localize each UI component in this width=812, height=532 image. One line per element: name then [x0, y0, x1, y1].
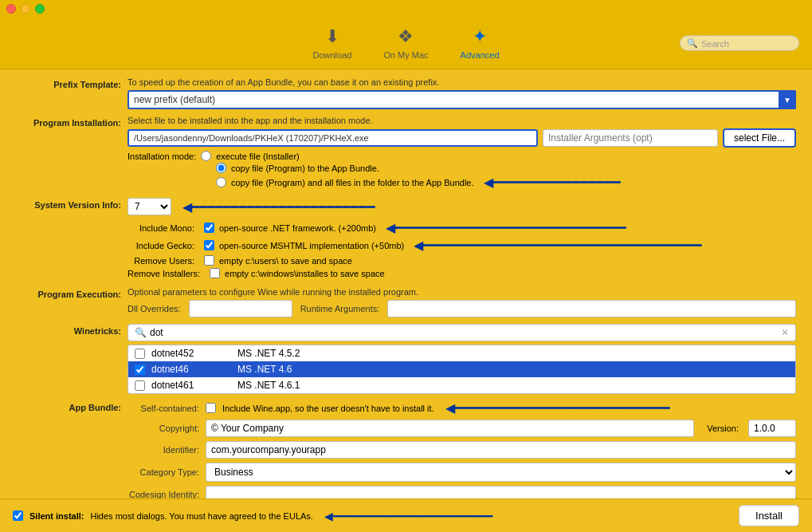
include-gecko-label-text: Include Gecko: — [127, 241, 199, 250]
wt-dotnet46-name: dotnet46 — [151, 364, 231, 375]
tab-on-my-mac-label: On My Mac — [383, 50, 428, 60]
app-bundle-row: App Bundle: Self-contained: Include Wine… — [16, 400, 796, 507]
winetricks-search-input[interactable] — [150, 327, 781, 338]
arrow-mono: ◀━━━━━━━━━━━━━━━━━━━━━━━━━━━━━ — [386, 220, 626, 235]
arrow-self-contained: ◀━━━━━━━━━━━━━━━━━━━━━━━━━━━ — [445, 400, 670, 416]
toolbar-items: ⬇ Download ❖ On My Mac ✦ Advanced — [312, 26, 499, 60]
prefix-template-row: Prefix Template: To speed up the creatio… — [16, 77, 796, 109]
winetricks-label: Winetricks: — [16, 324, 127, 336]
winetricks-clear-icon[interactable]: ✕ — [781, 327, 789, 338]
wt-dotnet46-desc: MS .NET 4.6 — [237, 364, 789, 375]
silent-install-desc: Hides most dialogs. You must have agreed… — [90, 511, 312, 521]
list-item[interactable]: dotnet461 MS .NET 4.6.1 — [128, 377, 795, 393]
arrow-copy-all: ◀━━━━━━━━━━━━━━━━ — [484, 175, 621, 190]
list-item[interactable]: dotnet452 MS .NET 4.5.2 — [128, 345, 795, 361]
winetricks-search-icon: 🔍 — [135, 327, 147, 338]
include-gecko-checkbox[interactable] — [204, 240, 214, 250]
program-installation-label: Program Installation: — [16, 116, 127, 128]
tab-on-my-mac[interactable]: ❖ On My Mac — [383, 26, 428, 60]
wt-dotnet46-checkbox[interactable] — [135, 365, 145, 375]
radio-copy-all-label: copy file (Program) and all files in the… — [231, 178, 474, 187]
traffic-lights — [6, 4, 45, 14]
mode-label-text: Installation mode: — [127, 152, 196, 161]
search-bar[interactable]: 🔍 Search — [680, 36, 799, 51]
self-contained-desc: Include Wine.app, so the user doesn't ha… — [222, 404, 434, 413]
version-input[interactable] — [748, 420, 796, 437]
version-label: Version: — [707, 424, 739, 433]
dll-overrides-input[interactable] — [189, 300, 292, 317]
winetricks-list: dotnet452 MS .NET 4.5.2 dotnet46 MS .NET… — [127, 345, 796, 394]
copyright-label: Copyright: — [127, 424, 199, 433]
version-select[interactable]: 756810 — [127, 198, 171, 215]
identifier-row: Identifier: — [127, 441, 796, 459]
wt-dotnet461-checkbox[interactable] — [135, 380, 145, 391]
system-version-content: 756810 ◀━━━━━━━━━━━━━━━━━━━━━━━ Include … — [127, 198, 796, 281]
program-execution-content: Optional parameters to configure Wine wh… — [127, 287, 796, 317]
main-content: Prefix Template: To speed up the creatio… — [0, 69, 812, 532]
toolbar: ⬇ Download ❖ On My Mac ✦ Advanced 🔍 Sear… — [0, 18, 812, 69]
remove-users-desc: empty c:\users\ to save and space — [219, 256, 352, 266]
on-my-mac-icon: ❖ — [398, 26, 414, 47]
remove-users-label-text: Remove Users: — [127, 256, 199, 266]
radio-copy-all[interactable] — [216, 177, 226, 187]
radio-execute[interactable] — [201, 151, 211, 161]
titlebar — [0, 0, 812, 18]
install-button[interactable]: Install — [739, 505, 799, 526]
radio-execute-label: execute file (Installer) — [216, 152, 300, 161]
dll-overrides-label: Dll Overrides: — [127, 304, 181, 313]
program-execution-label: Program Execution: — [16, 287, 127, 299]
program-installation-desc: Select file to be installed into the app… — [127, 116, 796, 125]
wt-dotnet461-desc: MS .NET 4.6.1 — [237, 380, 789, 391]
wt-dotnet452-checkbox[interactable] — [135, 349, 145, 359]
tab-advanced[interactable]: ✦ Advanced — [461, 26, 500, 60]
tab-download[interactable]: ⬇ Download — [312, 26, 351, 60]
category-row: Category Type: Business Education Entert… — [127, 463, 796, 482]
app-bundle-content: Self-contained: Include Wine.app, so the… — [127, 400, 796, 507]
file-path[interactable]: /Users/jasondenny/Downloads/PKHeX (17020… — [127, 129, 538, 147]
select-file-button[interactable]: select File... — [723, 128, 796, 148]
copyright-row: Copyright: Version: — [127, 420, 796, 437]
download-icon: ⬇ — [325, 26, 339, 47]
copyright-input[interactable] — [206, 420, 694, 437]
remove-installers-desc: empty c:\windows\installes to save space — [225, 269, 385, 278]
arrow-version: ◀━━━━━━━━━━━━━━━━━━━━━━━ — [182, 199, 375, 215]
remove-installers-row: Remove Installers: empty c:\windows\inst… — [127, 268, 796, 278]
radio-copy-program[interactable] — [216, 163, 226, 173]
category-label: Category Type: — [127, 467, 199, 477]
system-version-row: System Version Info: 756810 ◀━━━━━━━━━━━… — [16, 198, 796, 281]
maximize-button[interactable] — [35, 4, 45, 14]
remove-installers-checkbox[interactable] — [210, 268, 220, 278]
silent-install-checkbox[interactable] — [13, 510, 23, 521]
system-version-label: System Version Info: — [16, 198, 127, 210]
remove-users-row: Remove Users: empty c:\users\ to save an… — [127, 255, 796, 266]
file-row: /Users/jasondenny/Downloads/PKHeX (17020… — [127, 128, 796, 148]
identifier-label: Identifier: — [127, 445, 199, 455]
list-item[interactable]: dotnet46 MS .NET 4.6 — [128, 361, 795, 377]
mode-copy-all: copy file (Program) and all files in the… — [127, 175, 796, 190]
installation-modes: Installation mode: execute file (Install… — [127, 151, 796, 190]
program-execution-desc: Optional parameters to configure Wine wh… — [127, 287, 796, 297]
include-mono-checkbox[interactable] — [204, 223, 214, 233]
installer-args-input[interactable] — [543, 129, 718, 147]
mode-label: Installation mode: execute file (Install… — [127, 151, 796, 161]
winetricks-row: Winetricks: 🔍 ✕ dotnet452 MS .NET 4.5.2 … — [16, 324, 796, 394]
prefix-dropdown-arrow[interactable]: ▼ — [779, 90, 796, 109]
identifier-input[interactable] — [206, 441, 796, 459]
category-select[interactable]: Business Education Entertainment — [206, 463, 796, 482]
runtime-arguments-label: Runtime Arguments: — [300, 304, 380, 313]
remove-users-checkbox[interactable] — [204, 255, 214, 266]
minimize-button[interactable] — [21, 4, 30, 14]
prefix-template-label: Prefix Template: — [16, 77, 127, 89]
program-execution-row: Program Execution: Optional parameters t… — [16, 287, 796, 317]
close-button[interactable] — [6, 4, 16, 14]
runtime-arguments-input[interactable] — [387, 300, 796, 317]
prefix-template-desc: To speed up the creation of an App Bundl… — [127, 77, 796, 87]
program-installation-content: Select file to be installed into the app… — [127, 116, 796, 191]
arrow-silent-install: ◀━━━━━━━━━━━━━━━━━━━━━━━━━ — [324, 510, 492, 522]
tab-advanced-label: Advanced — [461, 50, 500, 60]
arrow-gecko: ◀━━━━━━━━━━━━━━━━━━━━━━━━━━━━━━━━━━━ — [414, 238, 702, 253]
silent-install-label: Silent install: — [29, 511, 84, 521]
self-contained-checkbox[interactable] — [206, 403, 216, 413]
include-mono-row: Include Mono: open-source .NET framework… — [127, 220, 796, 235]
prefix-template-input[interactable] — [127, 90, 796, 109]
